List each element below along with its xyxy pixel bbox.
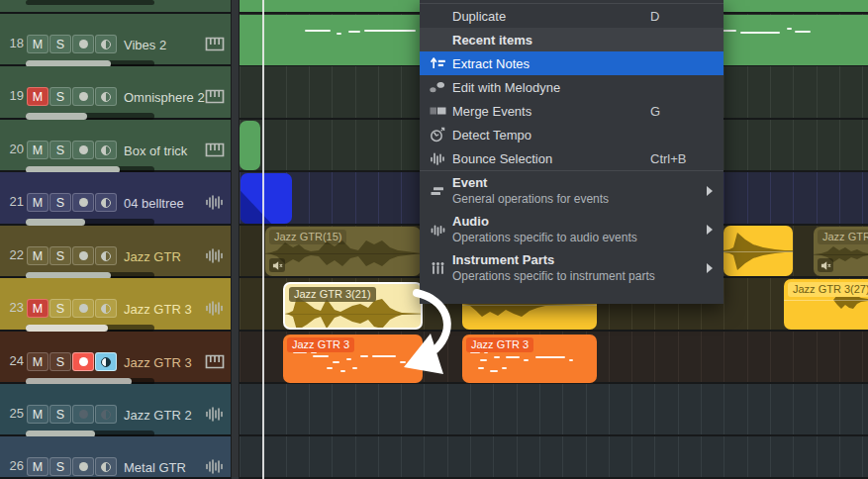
track-header[interactable]: 22MSJazz GTR [0, 226, 231, 278]
solo-button[interactable]: S [49, 299, 71, 318]
arrange-track-lane[interactable] [240, 384, 868, 436]
solo-button[interactable]: S [49, 246, 71, 265]
volume-slider[interactable] [26, 113, 154, 120]
menu-item-merge-events[interactable]: Merge EventsG [420, 99, 723, 123]
monitor-button[interactable] [95, 352, 117, 371]
mute-button[interactable]: M [27, 35, 48, 53]
track-header[interactable]: 26MSMetal GTR [0, 436, 231, 479]
monitor-button[interactable] [95, 35, 117, 53]
record-arm-button[interactable] [72, 299, 94, 318]
track-header[interactable]: 20MSBox of trick [0, 120, 231, 172]
track-number: 23 [2, 300, 24, 315]
solo-button[interactable]: S [49, 87, 71, 106]
track-header[interactable]: 19MSOmnisphere 2 [0, 66, 231, 120]
volume-slider-fill [26, 219, 85, 226]
clip-audio-selected[interactable]: Jazz GTR 3(21) [283, 282, 423, 330]
solo-button[interactable]: S [49, 35, 71, 53]
clip-mute-icon[interactable] [818, 258, 833, 272]
track-header[interactable]: 21MS04 belltree [0, 172, 231, 226]
playhead[interactable] [262, 0, 264, 479]
track-number: 18 [2, 36, 24, 50]
menu-group-audio[interactable]: AudioOperations specific to audio events [420, 210, 723, 248]
track-header[interactable]: 18MSVibes 2 [0, 14, 231, 66]
menu-group-instrument-parts[interactable]: Instrument PartsOperations specific to i… [420, 248, 723, 287]
extract-notes-icon [429, 55, 446, 71]
menu-item-extract-notes[interactable]: Extract Notes [420, 51, 723, 75]
solo-button[interactable]: S [49, 193, 71, 212]
monitor-icon [101, 462, 111, 472]
panel-divider[interactable] [231, 0, 240, 479]
midi-note-dash [305, 30, 331, 32]
solo-button[interactable]: S [49, 141, 71, 159]
midi-note-dash [337, 33, 341, 35]
detect-tempo-icon [429, 127, 446, 143]
instrument-keyboard-icon [205, 89, 225, 108]
mute-button[interactable]: M [27, 405, 48, 424]
menu-group-event[interactable]: EventGeneral operations for events [420, 171, 723, 210]
clip-audio-yellow-labeled[interactable]: Jazz GTR 3(27) [784, 279, 868, 330]
menu-section-header-label: Recent items [420, 33, 532, 48]
solo-button[interactable]: S [49, 405, 71, 424]
monitor-button[interactable] [95, 87, 117, 106]
mute-button[interactable]: M [27, 299, 48, 318]
mute-button[interactable]: M [27, 457, 48, 476]
solo-button[interactable]: S [49, 352, 71, 371]
monitor-button[interactable] [95, 405, 117, 424]
track-header[interactable]: 23MSJazz GTR 3 [0, 278, 231, 332]
record-arm-button[interactable] [72, 405, 94, 424]
menu-item-bounce-selection[interactable]: Bounce SelectionCtrl+B [420, 146, 723, 170]
mute-button[interactable]: M [27, 352, 48, 371]
record-arm-button[interactable] [72, 35, 94, 53]
clip-midi-orange[interactable]: Jazz GTR 3 [462, 335, 597, 383]
volume-slider[interactable] [26, 325, 154, 332]
clip-audio-muted[interactable]: Jazz GTR( [814, 227, 868, 276]
menu-item-label: Bounce Selection [452, 151, 552, 166]
mute-button[interactable]: M [27, 246, 48, 265]
record-icon [79, 92, 88, 101]
clip-blue-audio[interactable] [241, 173, 292, 224]
menu-item-label: Edit with Melodyne [452, 80, 560, 95]
clip-audio-yellow[interactable] [723, 226, 793, 276]
midi-note-dash [348, 31, 360, 33]
track-number: 19 [2, 88, 24, 103]
mute-button[interactable]: M [27, 193, 48, 212]
mute-button[interactable]: M [27, 141, 48, 159]
record-arm-button[interactable] [72, 87, 94, 106]
clip-audio-muted[interactable]: Jazz GTR(15) [265, 227, 421, 276]
clip-green-small[interactable] [240, 121, 260, 170]
track-number: 25 [2, 406, 24, 421]
monitor-button[interactable] [95, 246, 117, 265]
record-arm-button[interactable] [72, 246, 94, 265]
monitor-button[interactable] [95, 193, 117, 212]
monitor-icon [101, 251, 111, 261]
clip-mute-icon[interactable] [269, 258, 285, 272]
mute-button[interactable]: M [27, 87, 48, 106]
menu-item-duplicate[interactable]: DuplicateD [420, 4, 723, 28]
merge-events-icon [429, 103, 446, 119]
arrange-track-lane[interactable] [240, 436, 868, 479]
instrument-parts-icon [429, 260, 446, 276]
menu-group-subtitle: Operations specific to instrument parts [452, 268, 723, 284]
monitor-button[interactable] [95, 299, 117, 318]
track-name: Box of trick [124, 144, 187, 158]
record-arm-button[interactable] [72, 193, 94, 212]
menu-item-edit-with-melodyne[interactable]: Edit with Melodyne [420, 75, 723, 99]
menu-item-detect-tempo[interactable]: Detect Tempo [420, 123, 723, 146]
monitor-button[interactable] [95, 141, 117, 159]
monitor-icon [101, 92, 111, 102]
menu-item-shortcut: Ctrl+B [650, 151, 686, 166]
solo-button[interactable]: S [49, 457, 71, 476]
volume-slider[interactable] [26, 0, 154, 5]
clip-midi-orange[interactable]: Jazz GTR 3 [283, 335, 423, 383]
track-header[interactable]: 24MSJazz GTR 3 [0, 332, 231, 384]
record-arm-button[interactable] [72, 352, 94, 371]
monitor-button[interactable] [95, 457, 117, 476]
track-header[interactable]: 25MSJazz GTR 2 [0, 384, 231, 436]
volume-slider[interactable] [26, 219, 154, 226]
record-arm-button[interactable] [72, 141, 94, 159]
midi-note-dash [327, 367, 333, 369]
monitor-icon [101, 357, 111, 367]
menu-item-label: Merge Events [452, 104, 531, 119]
record-icon [79, 357, 88, 366]
record-arm-button[interactable] [72, 457, 94, 476]
